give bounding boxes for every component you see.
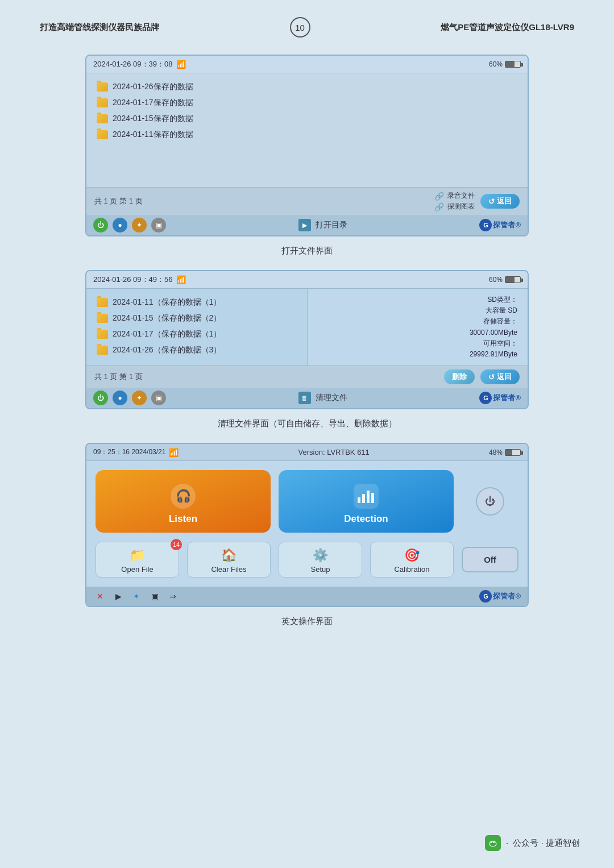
delete-button[interactable]: 删除 <box>444 369 475 384</box>
screen2-sd-info: SD类型： 大容量 SD 存储容量： 30007.00MByte 可用空间： 2… <box>307 289 528 366</box>
brand-g3-icon: G <box>479 590 492 603</box>
brand-name-2: 探管者® <box>493 393 521 403</box>
sd-type-label: SD类型： <box>316 294 517 305</box>
sd-storage-label: 存储容量： <box>316 316 517 327</box>
footer-text: 公众号 · 捷通智创 <box>513 838 580 849</box>
svg-rect-2 <box>367 491 370 503</box>
listen-button[interactable]: 🎧 Listen <box>96 470 271 533</box>
status-battery-icon[interactable]: ⇒ <box>166 589 180 603</box>
file-name: 2024-01-26（保存的数据（3） <box>113 345 221 355</box>
caption2: 清理文件界面（可自由储存、导出、删除数据） <box>34 418 580 429</box>
setup-icon: ⚙️ <box>284 548 357 563</box>
screen1-center-actions: ▶ 打开目录 <box>298 219 347 231</box>
screen2-clean-action: 🗑 清理文件 <box>298 392 347 404</box>
screen2-panel: 2024-01-26 09：49：56 📶 60% 2024-01-11（保存的… <box>85 270 529 409</box>
open-icon[interactable]: ▶ <box>298 219 311 231</box>
screen1-return-button[interactable]: ↺ 返回 <box>480 194 520 209</box>
list-item[interactable]: 2024-01-17保存的数据 <box>94 95 520 111</box>
chart-icon: 🔗 <box>434 202 444 211</box>
screen3-small-btns: 14 📁 Open File 🏠 Clear Files ⚙️ Setup 🎯 … <box>86 542 528 587</box>
detection-chart-svg <box>356 488 376 504</box>
record-chart-label: 探测图表 <box>447 202 475 211</box>
clear-files-label: Clear Files <box>192 565 265 574</box>
file-name: 2024-01-26保存的数据 <box>113 82 193 92</box>
screen1-battery-pct: 60% <box>489 60 503 68</box>
screen2-signal-icon: 📶 <box>176 275 186 284</box>
screen1-bottombar: 共 1 页 第 1 页 🔗 录音文件 🔗 探测图表 ↺ 返回 <box>86 187 528 215</box>
file-name: 2024-01-11保存的数据 <box>113 130 193 140</box>
clean-label[interactable]: 清理文件 <box>316 393 347 403</box>
open-file-icon: 📁 <box>101 548 174 563</box>
screen1-topbar: 2024-01-26 09：39：08 📶 60% <box>86 56 528 73</box>
screen3-signal-icon: 📶 <box>169 448 179 457</box>
status-close-icon[interactable]: ✕ <box>93 589 107 603</box>
brand-logo-2: G 探管者® <box>479 392 521 404</box>
calibration-label: Calibration <box>375 565 449 574</box>
page-number: 10 <box>290 17 310 38</box>
sd-type-val: 大容量 SD <box>316 305 517 316</box>
sd-info-text: SD类型： 大容量 SD 存储容量： 30007.00MByte 可用空间： 2… <box>316 294 520 360</box>
nav2-icon-power[interactable]: ⏻ <box>93 391 108 405</box>
list-item[interactable]: 2024-01-15（保存的数据（2） <box>94 310 299 326</box>
open-dir-label[interactable]: 打开目录 <box>316 220 347 230</box>
nav2-icon-bluetooth[interactable]: ● <box>113 391 127 405</box>
page-footer: · 公众号 · 捷通智创 <box>485 835 580 851</box>
record-audio-item[interactable]: 🔗 录音文件 <box>434 191 475 201</box>
svg-rect-0 <box>358 497 360 503</box>
screen2-bottombar: 共 1 页 第 1 页 删除 ↺ 返回 <box>86 366 528 388</box>
nav-icon-bluetooth[interactable]: ● <box>113 218 127 232</box>
off-button[interactable]: Off <box>462 547 518 572</box>
status-file-icon[interactable]: ▣ <box>148 589 161 603</box>
page-header: 打造高端管线探测仪器民族品牌 10 燃气PE管道声波定位仪GL18-LVR9 <box>34 17 580 38</box>
power-icon: ⏻ <box>485 496 495 508</box>
battery-bar-1 <box>505 61 521 68</box>
nav2-icon-file[interactable]: ▣ <box>151 391 166 405</box>
screen2-battery: 60% <box>489 276 521 284</box>
brand-logo-3: G 探管者® <box>479 590 521 603</box>
status-arrow-icon[interactable]: ▶ <box>111 589 125 603</box>
folder-icon <box>97 298 108 307</box>
caption1: 打开文件界面 <box>34 246 580 256</box>
list-item[interactable]: 2024-01-11（保存的数据（1） <box>94 294 299 310</box>
svg-rect-3 <box>371 493 374 503</box>
list-item[interactable]: 2024-01-26（保存的数据（3） <box>94 342 299 358</box>
list-item[interactable]: 2024-01-15保存的数据 <box>94 111 520 127</box>
nav-icon-power[interactable]: ⏻ <box>93 218 108 232</box>
screen1-battery: 60% <box>489 60 521 68</box>
screen2-page-nav: 共 1 页 第 1 页 <box>94 372 143 382</box>
clean-icon[interactable]: 🗑 <box>298 392 311 404</box>
list-item[interactable]: 2024-01-26保存的数据 <box>94 79 520 95</box>
screen2-time: 2024-01-26 09：49：56 <box>93 275 173 285</box>
nav-icon-file[interactable]: ▣ <box>151 218 166 232</box>
detection-button[interactable]: Detection <box>279 470 454 533</box>
screen3-time-info: 09：25：16 2024/03/21 📶 <box>93 447 179 457</box>
screen2-content: 2024-01-11（保存的数据（1） 2024-01-15（保存的数据（2） … <box>86 289 528 366</box>
screen2-return-button[interactable]: ↺ 返回 <box>480 369 520 384</box>
open-file-button[interactable]: 14 📁 Open File <box>96 542 179 578</box>
file-name: 2024-01-17（保存的数据（1） <box>113 329 221 339</box>
file-name: 2024-01-15（保存的数据（2） <box>113 313 221 323</box>
screen2-battery-pct: 60% <box>489 276 503 284</box>
screen3-panel: 09：25：16 2024/03/21 📶 Version: LVRTBK 61… <box>85 443 529 607</box>
calibration-button[interactable]: 🎯 Calibration <box>370 542 454 578</box>
detection-icon-wrap <box>354 484 379 509</box>
nav2-icon-star[interactable]: ✦ <box>132 391 147 405</box>
clear-files-button[interactable]: 🏠 Clear Files <box>187 542 271 578</box>
file-name: 2024-01-15保存的数据 <box>113 114 193 124</box>
screen3-main-area: 🎧 Listen Detection <box>86 461 528 542</box>
power-button[interactable]: ⏻ <box>476 487 504 516</box>
battery-bar-2 <box>505 276 521 283</box>
screen2-topbar: 2024-01-26 09：49：56 📶 60% <box>86 271 528 289</box>
record-chart-item[interactable]: 🔗 探测图表 <box>434 202 475 211</box>
calibration-icon: 🎯 <box>375 548 449 563</box>
screen2-time-info: 2024-01-26 09：49：56 📶 <box>93 275 186 285</box>
setup-button[interactable]: ⚙️ Setup <box>279 542 362 578</box>
status-bluetooth-icon[interactable]: ✦ <box>130 589 143 603</box>
screen1-statusbar: ⏻ ● ✦ ▣ ▶ 打开目录 G 探管者® <box>86 215 528 235</box>
nav-icon-star[interactable]: ✦ <box>132 218 147 232</box>
list-item[interactable]: 2024-01-11保存的数据 <box>94 127 520 143</box>
screen1-panel: 2024-01-26 09：39：08 📶 60% 2024-01-26保存的数… <box>85 55 529 236</box>
list-item[interactable]: 2024-01-17（保存的数据（1） <box>94 326 299 342</box>
screen3-battery: 48% <box>489 448 521 456</box>
wechat-icon <box>485 835 501 851</box>
